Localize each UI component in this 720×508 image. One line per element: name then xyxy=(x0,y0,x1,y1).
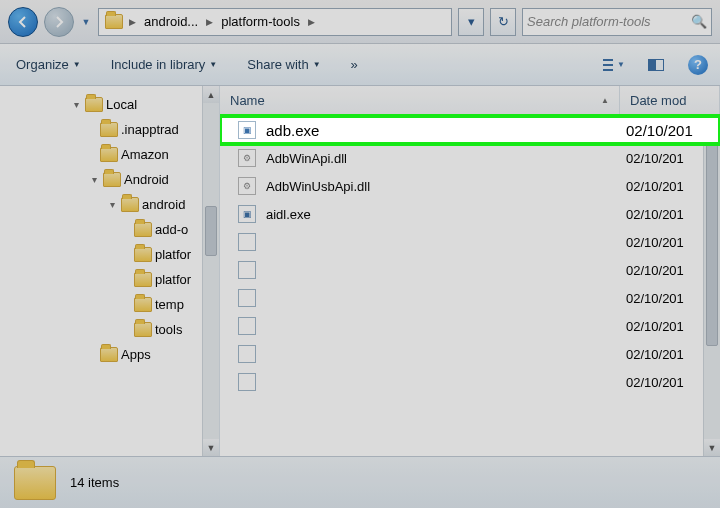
scroll-down-icon[interactable]: ▼ xyxy=(704,439,720,456)
view-mode-button[interactable]: ▼ xyxy=(602,53,626,77)
tree-item[interactable]: temp xyxy=(0,292,219,317)
file-icon xyxy=(238,233,256,251)
column-headers: Name▲ Date mod xyxy=(220,86,720,116)
tree-item[interactable]: add-o xyxy=(0,217,219,242)
collapse-icon[interactable]: ▾ xyxy=(88,174,100,185)
collapse-icon[interactable]: ▾ xyxy=(106,199,118,210)
forward-button xyxy=(44,7,74,37)
folder-icon xyxy=(134,297,152,312)
folder-icon xyxy=(134,222,152,237)
file-date: 02/10/201 xyxy=(626,122,720,139)
file-row[interactable]: 02/10/201 xyxy=(220,368,720,396)
more-tools-button[interactable]: » xyxy=(345,53,364,76)
column-label: Date mod xyxy=(630,93,686,108)
chevron-right-icon[interactable]: ▶ xyxy=(127,17,138,27)
chevron-right-icon[interactable]: ▶ xyxy=(306,17,317,27)
file-list[interactable]: Name▲ Date mod ▣ adb.exe 02/10/201 ⚙ Adb… xyxy=(220,86,720,456)
chevron-down-icon: ▼ xyxy=(313,60,321,69)
nav-history-dropdown[interactable]: ▼ xyxy=(80,17,92,27)
chevron-down-icon: ▼ xyxy=(73,60,81,69)
folder-icon xyxy=(134,247,152,262)
chevron-down-icon: ▼ xyxy=(617,60,625,69)
file-icon xyxy=(238,317,256,335)
column-date[interactable]: Date mod xyxy=(620,86,720,115)
file-row[interactable]: ⚙ AdbWinApi.dll 02/10/201 xyxy=(220,144,720,172)
scroll-down-icon[interactable]: ▼ xyxy=(203,439,219,456)
list-view-icon xyxy=(603,59,613,71)
tree-label: platfor xyxy=(155,247,191,262)
breadcrumb[interactable]: ▶ android... ▶ platform-tools ▶ xyxy=(98,8,452,36)
preview-pane-button[interactable] xyxy=(644,53,668,77)
tree-item[interactable]: ▾Android xyxy=(0,167,219,192)
scroll-thumb[interactable] xyxy=(205,206,217,256)
folder-icon xyxy=(121,197,139,212)
back-button[interactable] xyxy=(8,7,38,37)
refresh-button[interactable]: ↻ xyxy=(490,8,516,36)
file-icon xyxy=(238,373,256,391)
breadcrumb-item[interactable]: platform-tools xyxy=(215,9,306,35)
tree-scrollbar[interactable]: ▲ ▼ xyxy=(202,86,219,456)
folder-icon xyxy=(100,147,118,162)
organize-button[interactable]: Organize▼ xyxy=(10,53,87,76)
file-row[interactable]: ▣ adb.exe 02/10/201 xyxy=(220,116,720,144)
file-name: aidl.exe xyxy=(266,207,626,222)
tree-label: Amazon xyxy=(121,147,169,162)
folder-icon xyxy=(134,322,152,337)
column-label: Name xyxy=(230,93,265,108)
file-icon xyxy=(238,289,256,307)
share-with-button[interactable]: Share with▼ xyxy=(241,53,326,76)
folder-tree[interactable]: ▾Local .inapptrad Amazon ▾Android ▾andro… xyxy=(0,86,220,456)
scroll-up-icon[interactable]: ▲ xyxy=(203,86,219,103)
tree-item[interactable]: tools xyxy=(0,317,219,342)
chevron-down-icon: ▼ xyxy=(209,60,217,69)
tree-label: .inapptrad xyxy=(121,122,179,137)
file-row[interactable]: 02/10/201 xyxy=(220,256,720,284)
toolbar: Organize▼ Include in library▼ Share with… xyxy=(0,44,720,86)
tree-item[interactable]: .inapptrad xyxy=(0,117,219,142)
tree-label: Android xyxy=(124,172,169,187)
item-count: 14 items xyxy=(70,475,119,490)
pane-icon xyxy=(648,59,664,71)
scroll-thumb[interactable] xyxy=(706,136,718,346)
file-row[interactable]: 02/10/201 xyxy=(220,284,720,312)
column-name[interactable]: Name▲ xyxy=(220,86,620,115)
address-dropdown[interactable]: ▾ xyxy=(458,8,484,36)
file-name: AdbWinUsbApi.dll xyxy=(266,179,626,194)
status-bar: 14 items xyxy=(0,456,720,508)
tree-item[interactable]: ▾Local xyxy=(0,92,219,117)
sort-asc-icon: ▲ xyxy=(601,96,609,105)
exe-icon: ▣ xyxy=(238,205,256,223)
tree-label: Local xyxy=(106,97,137,112)
tree-item[interactable]: platfor xyxy=(0,267,219,292)
folder-icon xyxy=(103,172,121,187)
folder-icon xyxy=(100,122,118,137)
tree-item[interactable]: ▾android xyxy=(0,192,219,217)
tree-label: Apps xyxy=(121,347,151,362)
file-row[interactable]: ⚙ AdbWinUsbApi.dll 02/10/201 xyxy=(220,172,720,200)
file-row[interactable]: 02/10/201 xyxy=(220,228,720,256)
include-label: Include in library xyxy=(111,57,206,72)
list-scrollbar[interactable]: ▲ ▼ xyxy=(703,116,720,456)
tree-label: platfor xyxy=(155,272,191,287)
tree-label: add-o xyxy=(155,222,188,237)
folder-icon xyxy=(100,347,118,362)
arrow-right-icon xyxy=(52,15,66,29)
tree-item[interactable]: Apps xyxy=(0,342,219,367)
tree-item[interactable]: Amazon xyxy=(0,142,219,167)
file-row[interactable]: 02/10/201 xyxy=(220,340,720,368)
tree-item[interactable]: platfor xyxy=(0,242,219,267)
file-name: adb.exe xyxy=(266,122,626,139)
breadcrumb-item[interactable]: android... xyxy=(138,9,204,35)
help-button[interactable]: ? xyxy=(686,53,710,77)
tree-label: tools xyxy=(155,322,182,337)
include-library-button[interactable]: Include in library▼ xyxy=(105,53,224,76)
search-input[interactable]: Search platform-tools 🔍 xyxy=(522,8,712,36)
exe-icon: ▣ xyxy=(238,121,256,139)
chevron-right-icon[interactable]: ▶ xyxy=(204,17,215,27)
tree-label: temp xyxy=(155,297,184,312)
file-row[interactable]: ▣ aidl.exe 02/10/201 xyxy=(220,200,720,228)
file-row[interactable]: 02/10/201 xyxy=(220,312,720,340)
collapse-icon[interactable]: ▾ xyxy=(70,99,82,110)
address-bar: ▼ ▶ android... ▶ platform-tools ▶ ▾ ↻ Se… xyxy=(0,0,720,44)
dll-icon: ⚙ xyxy=(238,149,256,167)
